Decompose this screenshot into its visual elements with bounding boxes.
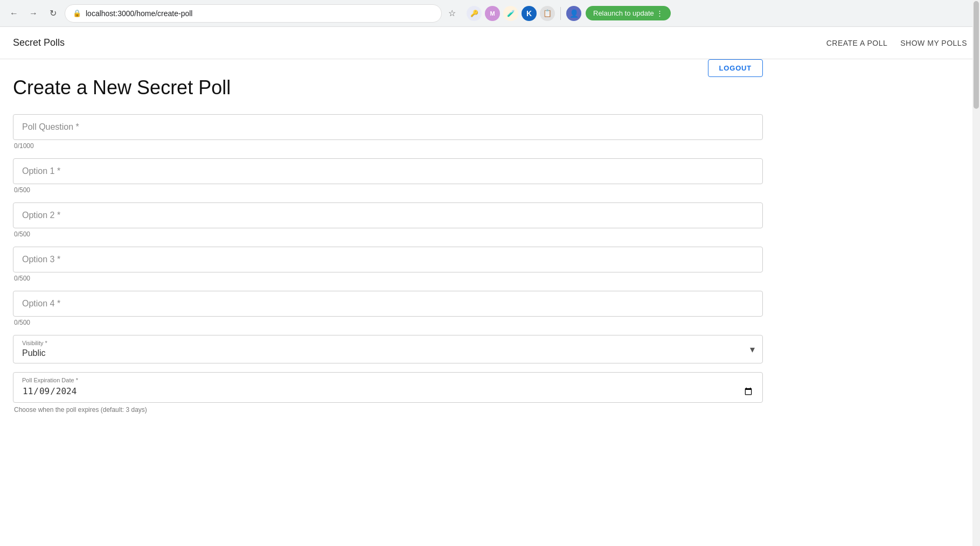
expiration-date-field: Poll Expiration Date * Choose when the p…: [13, 372, 763, 414]
poll-question-input[interactable]: [22, 122, 754, 132]
expiration-date-label: Poll Expiration Date *: [22, 373, 754, 383]
ext-clipboard-icon[interactable]: 📋: [540, 6, 555, 21]
main-content: LOGOUT Create a New Secret Poll 0/1000 0…: [0, 59, 776, 429]
address-bar[interactable]: 🔒 localhost:3000/home/create-poll: [65, 4, 442, 23]
ext-keys-icon[interactable]: 🔑: [467, 6, 482, 21]
poll-question-field: 0/1000: [13, 114, 763, 156]
option3-input[interactable]: [22, 255, 754, 264]
expiration-date-hint: Choose when the poll expires (default: 3…: [13, 403, 763, 414]
relaunch-button[interactable]: Relaunch to update ⋮: [586, 6, 671, 20]
option3-input-container: [13, 247, 763, 272]
option1-input-container: [13, 158, 763, 184]
option2-field: 0/500: [13, 202, 763, 244]
app-header: Secret Polls CREATE A POLL SHOW MY POLLS: [0, 27, 980, 59]
expiration-date-container: Poll Expiration Date *: [13, 372, 763, 403]
bookmark-icon[interactable]: ☆: [446, 6, 458, 20]
option4-char-count: 0/500: [13, 317, 763, 333]
option3-field: 0/500: [13, 247, 763, 289]
poll-question-input-container: [13, 114, 763, 140]
option2-char-count: 0/500: [13, 228, 763, 244]
poll-question-char-count: 0/1000: [13, 140, 763, 156]
ext-greasemonkey-icon[interactable]: 🧪: [503, 6, 518, 21]
visibility-field: Visibility * Public Private ▾: [13, 335, 763, 363]
app-logo: Secret Polls: [13, 37, 65, 48]
option4-field: 0/500: [13, 291, 763, 333]
option1-field: 0/500: [13, 158, 763, 200]
expiration-date-input[interactable]: [22, 383, 754, 402]
forward-button[interactable]: →: [26, 6, 41, 21]
divider: [560, 7, 561, 20]
page-title: Create a New Secret Poll: [13, 76, 763, 99]
show-polls-nav-link[interactable]: SHOW MY POLLS: [900, 39, 967, 47]
ext-k-icon[interactable]: K: [522, 6, 537, 21]
scrollbar-track[interactable]: [972, 0, 980, 429]
option1-char-count: 0/500: [13, 184, 763, 200]
browser-chrome: ← → ↻ 🔒 localhost:3000/home/create-poll …: [0, 0, 980, 27]
option2-input-container: [13, 202, 763, 228]
option2-input[interactable]: [22, 211, 754, 220]
option4-input[interactable]: [22, 299, 754, 309]
option3-char-count: 0/500: [13, 272, 763, 289]
profile-icon[interactable]: 👤: [566, 6, 581, 21]
lock-icon: 🔒: [73, 9, 81, 17]
ext-purple-icon[interactable]: M: [485, 6, 500, 21]
option4-input-container: [13, 291, 763, 317]
visibility-label: Visibility *: [22, 335, 754, 346]
app-nav: CREATE A POLL SHOW MY POLLS: [826, 39, 967, 47]
logout-button[interactable]: LOGOUT: [708, 59, 763, 77]
url-text: localhost:3000/home/create-poll: [86, 9, 434, 18]
back-button[interactable]: ←: [6, 6, 22, 21]
visibility-select[interactable]: Public Private: [22, 346, 754, 363]
option1-input[interactable]: [22, 166, 754, 176]
scrollbar-thumb[interactable]: [974, 1, 979, 109]
relaunch-menu-icon: ⋮: [656, 9, 663, 17]
create-poll-nav-link[interactable]: CREATE A POLL: [826, 39, 888, 47]
extensions-area: 🔑 M 🧪 K 📋 👤: [467, 6, 581, 21]
visibility-select-container: Visibility * Public Private ▾: [13, 335, 763, 363]
reload-button[interactable]: ↻: [45, 6, 60, 21]
